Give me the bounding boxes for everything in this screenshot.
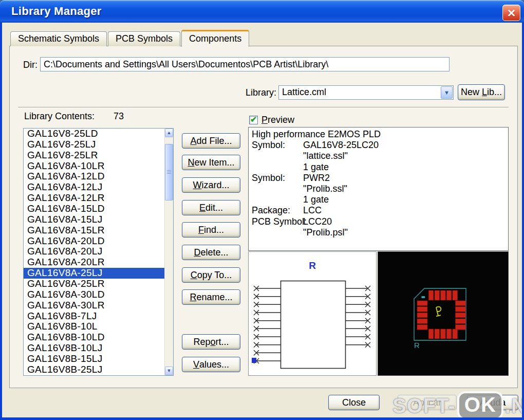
list-item[interactable]: GAL16V8A-12LR xyxy=(24,193,164,204)
list-item[interactable]: GAL16V8A-15LD xyxy=(24,204,164,214)
report-button[interactable]: Report... xyxy=(182,334,240,350)
add-file-button[interactable]: Add File... xyxy=(182,133,240,149)
chevron-down-icon: ▼ xyxy=(444,90,450,96)
library-selected-value: Lattice.cml xyxy=(279,86,440,99)
checkmark-icon: ✔ xyxy=(250,115,257,124)
right-pin-x-marks xyxy=(365,286,370,348)
tab-pcb-symbols[interactable]: PCB Symbols xyxy=(108,31,180,46)
preview-info-row: 1 gate xyxy=(252,162,505,173)
schematic-ref-label: R xyxy=(309,260,316,271)
library-contents-count: 73 xyxy=(114,111,124,121)
close-dialog-button[interactable]: Close xyxy=(328,395,380,410)
list-item[interactable]: GAL16V8B-10L xyxy=(24,321,164,332)
list-item[interactable]: GAL16V8A-12LD xyxy=(24,171,164,182)
list-item[interactable]: GAL16V8-25LJ xyxy=(24,139,164,150)
scroll-down-icon: ▼ xyxy=(167,369,172,373)
tab-strip: Schematic Symbols PCB Symbols Components xyxy=(10,29,249,46)
list-item[interactable]: GAL16V8B-10LJ xyxy=(24,343,164,354)
scroll-up-button[interactable]: ▲ xyxy=(165,129,173,137)
preview-info-row: High performance E2MOS PLD xyxy=(252,129,505,140)
values-button[interactable]: Values... xyxy=(182,357,240,372)
list-item[interactable]: GAL16V8B-10LD xyxy=(24,332,164,343)
library-manager-window: Library Manager ✕ Schematic Symbols PCB … xyxy=(0,0,524,420)
list-item[interactable]: GAL16V8-25LR xyxy=(24,150,164,161)
preview-info-row: Symbol:PWR2 xyxy=(252,173,505,184)
list-item[interactable]: GAL16V8A-20LR xyxy=(24,257,164,268)
components-tab-panel: Dir: Library: Lattice.cml ▼ New Lib... L… xyxy=(9,46,518,388)
watermark: SOFT-OK.NET xyxy=(392,391,522,417)
separator-line xyxy=(18,107,509,108)
pcb-symbol-preview: R xyxy=(378,251,509,376)
left-pins xyxy=(256,288,281,361)
schematic-symbol-drawing: R xyxy=(249,252,376,375)
preview-info: High performance E2MOS PLDSymbol:GAL16V8… xyxy=(248,127,509,251)
delete-button[interactable]: Delete... xyxy=(182,245,240,260)
pcb-ref-label: R xyxy=(414,341,420,350)
list-item[interactable]: GAL16V8A-20LD xyxy=(24,236,164,247)
combo-dropdown-button[interactable]: ▼ xyxy=(441,86,453,99)
schematic-symbol-preview: R xyxy=(248,251,377,376)
list-item[interactable]: GAL16V8A-10LR xyxy=(24,161,164,172)
library-combobox[interactable]: Lattice.cml ▼ xyxy=(278,85,454,100)
list-item[interactable]: GAL16V8B-15LJ xyxy=(24,354,164,364)
window-title: Library Manager xyxy=(11,5,102,18)
pin-one-marker xyxy=(252,358,256,363)
preview-checkbox[interactable]: ✔ xyxy=(249,116,258,124)
list-item[interactable]: GAL16V8A-30LR xyxy=(24,300,164,311)
new-item-button[interactable]: New Item... xyxy=(182,155,240,170)
scrollbar-track[interactable] xyxy=(165,137,173,367)
preview-info-row: 1 gate xyxy=(252,194,505,205)
titlebar[interactable]: Library Manager ✕ xyxy=(0,0,524,23)
list-item[interactable]: GAL16V8-25LD xyxy=(24,129,164,139)
preview-info-row: "Prolib.ssl" xyxy=(252,184,505,194)
library-contents-list: GAL16V8-25LDGAL16V8-25LJGAL16V8-25LRGAL1… xyxy=(23,128,174,376)
list-item[interactable]: GAL16V8A-25LR xyxy=(24,279,164,289)
list-item[interactable]: GAL16V8A-25LJ xyxy=(24,268,164,279)
preview-info-row: PCB Symbol:LCC20 xyxy=(252,216,505,227)
preview-info-row: "lattice.ssl" xyxy=(252,151,505,161)
list-item[interactable]: GAL16V8A-15LJ xyxy=(24,214,164,225)
copy-to-button[interactable]: Copy To... xyxy=(182,267,240,283)
preview-checkbox-row[interactable]: ✔ Preview xyxy=(249,115,294,125)
list-item[interactable]: GAL16V8A-20LJ xyxy=(24,246,164,257)
list-item[interactable]: GAL16V8A-12LJ xyxy=(24,182,164,193)
library-contents-label: Library Contents: 73 xyxy=(24,111,124,122)
left-pin-x-marks xyxy=(254,286,259,363)
scroll-up-icon: ▲ xyxy=(167,131,172,135)
rename-button[interactable]: Rename... xyxy=(182,289,240,305)
pcb-footprint-drawing: R xyxy=(378,252,508,375)
list-item[interactable]: GAL16V8B-25LJ xyxy=(24,364,164,375)
dir-input[interactable] xyxy=(40,57,450,71)
wizard-button[interactable]: Wizard... xyxy=(182,177,240,193)
tab-components[interactable]: Components xyxy=(181,30,249,47)
preview-info-row: "Prolib.psl" xyxy=(252,227,505,238)
origin-marker xyxy=(434,306,442,317)
dir-label: Dir: xyxy=(23,58,38,72)
new-lib-button[interactable]: New Lib... xyxy=(458,84,505,100)
preview-checkbox-label: Preview xyxy=(261,115,294,125)
close-button[interactable]: ✕ xyxy=(502,5,520,21)
close-icon: ✕ xyxy=(507,8,516,19)
list-scrollbar[interactable]: ▲ ▼ xyxy=(164,129,173,375)
scrollbar-thumb[interactable] xyxy=(165,144,173,200)
new-lib-label: New xyxy=(461,87,482,98)
preview-info-row: Package:LCC xyxy=(252,205,505,216)
edit-button[interactable]: Edit... xyxy=(182,200,240,215)
list-item[interactable]: GAL16V8B-7LJ xyxy=(24,311,164,322)
list-item[interactable]: GAL16V8A-30LD xyxy=(24,289,164,300)
dialog-body: Schematic Symbols PCB Symbols Components… xyxy=(2,23,522,417)
library-contents-list-inner: GAL16V8-25LDGAL16V8-25LJGAL16V8-25LRGAL1… xyxy=(24,129,164,375)
scroll-down-button[interactable]: ▼ xyxy=(165,367,173,375)
preview-info-row: Symbol:GAL16V8-25LC20 xyxy=(252,140,505,151)
tab-schematic-symbols[interactable]: Schematic Symbols xyxy=(10,31,107,46)
find-button[interactable]: Find... xyxy=(182,222,240,238)
pin-one-notch xyxy=(422,296,425,298)
right-pins xyxy=(346,288,368,345)
list-item[interactable]: GAL16V8A-15LR xyxy=(24,225,164,236)
library-label: Library: xyxy=(205,85,276,100)
